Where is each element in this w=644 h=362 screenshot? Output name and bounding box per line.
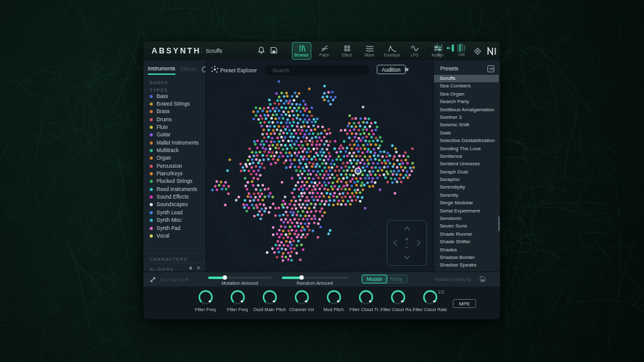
menu-dots-icon[interactable]: ⋮ <box>199 47 205 53</box>
map-nav-pad[interactable] <box>387 220 427 266</box>
preset-list-item[interactable]: Sekk <box>434 129 499 137</box>
tab-effects[interactable]: Effects <box>180 66 196 74</box>
preset-list-item[interactable]: Sea Organ <box>434 90 499 98</box>
banks-section-header[interactable]: BANKS <box>143 80 169 85</box>
knob-dial-icon[interactable] <box>294 289 310 305</box>
type-filter-row[interactable]: Mallet Instruments <box>143 139 206 146</box>
knob-dial-icon[interactable] <box>390 289 406 305</box>
type-filter-row[interactable]: Reed Instruments <box>143 185 206 193</box>
type-filter-row[interactable]: Plucked Strings <box>143 178 206 185</box>
type-filter-row[interactable]: Multitrack <box>143 146 206 154</box>
type-filter-row[interactable]: Piano/Keys <box>143 170 206 177</box>
tab-effect[interactable]: Effect <box>337 42 357 60</box>
sliders-count-badge: 4 <box>189 265 192 271</box>
preset-list-item[interactable]: Seditious Amalgamation <box>434 106 499 114</box>
preset-list-item[interactable]: Shade Runner <box>434 231 499 238</box>
type-filter-row[interactable]: Sound Effects <box>143 193 206 200</box>
history-save-icon[interactable] <box>479 275 486 283</box>
mutation-history-label[interactable]: Mutation History <box>435 277 471 282</box>
preset-list-item[interactable]: Seraph Dust <box>434 168 499 176</box>
characters-section-header[interactable]: CHARACTERS <box>143 253 206 262</box>
slider-thumb[interactable] <box>299 275 304 280</box>
preset-list-item[interactable]: Selective Destabilization <box>434 137 499 145</box>
mpe-button[interactable]: MPE <box>453 299 476 308</box>
macro-knob[interactable]: Oscil Main Pitch <box>253 289 286 312</box>
explorer-splat-icon <box>211 65 219 74</box>
tab-browser[interactable]: Browser <box>292 42 311 60</box>
preset-list-item[interactable]: Search Party <box>434 98 499 106</box>
mutation-amount-slider[interactable] <box>208 275 272 280</box>
knob-label: Mod Pitch <box>323 307 343 312</box>
type-filter-row[interactable]: Flute <box>143 123 206 131</box>
preset-list-item[interactable]: Shadow Speaks <box>434 261 499 269</box>
type-filter-row[interactable]: Drums <box>143 116 206 123</box>
macro-knob[interactable]: Filter Cloud Ra... <box>382 289 414 312</box>
knob-dial-icon[interactable] <box>262 289 278 305</box>
tab-instruments[interactable]: Instruments <box>148 65 175 75</box>
preset-list-item[interactable]: Serotonin <box>434 215 499 222</box>
preset-list-item[interactable]: Sentience <box>434 153 499 160</box>
preset-list-item[interactable]: Shades <box>434 246 499 254</box>
type-filter-row[interactable]: Synth Lead <box>143 209 206 216</box>
save-icon[interactable] <box>270 46 278 55</box>
preset-list-item[interactable]: Serial Experiment <box>434 207 499 215</box>
mutate-button[interactable]: Mutate <box>362 275 387 283</box>
preset-list-item[interactable]: Serge Modular <box>434 199 499 207</box>
type-filter-row[interactable]: Guitar <box>143 131 206 139</box>
preset-list-item[interactable]: Scruffs <box>434 75 499 82</box>
presets-scrollbar[interactable] <box>498 216 500 231</box>
favorite-star-icon[interactable]: ★ <box>404 65 409 73</box>
knob-dial-icon[interactable] <box>197 289 214 305</box>
knob-dial-icon[interactable] <box>230 289 246 305</box>
input-meter: In <box>434 43 444 57</box>
type-label: Flute <box>157 124 168 130</box>
tab-lfo[interactable]: LFO <box>405 42 425 60</box>
type-filter-row[interactable]: Synth Misc <box>143 217 206 224</box>
macro-knob[interactable]: Filter Freq <box>189 289 221 312</box>
type-filter-row[interactable]: Synth Pad <box>143 224 206 232</box>
knob-dial-icon[interactable] <box>326 289 342 305</box>
retry-button[interactable]: Retry <box>385 275 408 283</box>
preset-list-item[interactable]: Shadow Border <box>434 254 499 261</box>
random-amount-slider[interactable] <box>282 275 348 280</box>
knob-page-indicator[interactable]: 1/2 <box>438 289 444 295</box>
type-filter-row[interactable]: Vocal <box>143 232 206 239</box>
knob-dial-icon[interactable] <box>358 289 374 305</box>
type-color-dot <box>150 203 153 206</box>
preset-list-item[interactable]: Sea Combers <box>434 82 499 90</box>
bell-icon[interactable] <box>257 46 265 55</box>
macro-knob[interactable]: Channel Vol <box>286 289 318 312</box>
macro-knob[interactable]: Filter Cloud Tr... <box>350 289 382 312</box>
preset-list-item[interactable]: Seismic Shift <box>434 121 499 129</box>
tab-wave[interactable]: Wave <box>360 42 379 60</box>
sliders-clear-icon[interactable]: ✕ <box>196 265 201 271</box>
preset-list-item[interactable]: Serendipity <box>434 184 499 191</box>
collapse-panel-icon[interactable] <box>487 65 494 72</box>
tab-patch[interactable]: Patch <box>314 42 334 60</box>
preset-list-item[interactable]: Sending The Love <box>434 145 499 153</box>
preset-list-item[interactable]: Shade Shifter <box>434 238 499 246</box>
type-filter-row[interactable]: Soundscapes <box>143 201 206 209</box>
tab-envelope[interactable]: Envelope <box>382 42 402 60</box>
audition-button[interactable]: Audition <box>377 65 406 74</box>
preset-list-item[interactable]: Seven Suns <box>434 222 499 230</box>
slider-thumb[interactable] <box>223 275 227 280</box>
preset-list-item[interactable]: Seether 3 <box>434 114 499 121</box>
nks-diamond-icon[interactable] <box>473 47 482 56</box>
expand-mutator-icon[interactable] <box>149 276 157 283</box>
type-filter-row[interactable]: Brass <box>143 108 206 116</box>
macro-knob[interactable]: Mod Pitch <box>318 289 350 312</box>
type-filter-row[interactable]: Percussion <box>143 162 206 170</box>
type-filter-row[interactable]: Organ <box>143 155 206 162</box>
search-input[interactable] <box>265 65 370 75</box>
preset-list-item[interactable]: Seraphic <box>434 176 499 184</box>
presets-panel: Presets ScruffsSea CombersSea OrganSearc… <box>434 60 500 272</box>
type-filter-row[interactable]: Bowed Strings <box>143 100 206 107</box>
knob-dial-icon[interactable] <box>422 289 438 305</box>
type-filter-row[interactable]: Bass <box>143 92 206 100</box>
type-label: Plucked Strings <box>157 178 192 184</box>
macro-knob[interactable]: Filter Freq <box>221 289 253 312</box>
type-label: Organ <box>157 155 171 161</box>
preset-list-item[interactable]: Sentient Universe <box>434 160 499 168</box>
preset-list-item[interactable]: Serenity <box>434 192 499 199</box>
